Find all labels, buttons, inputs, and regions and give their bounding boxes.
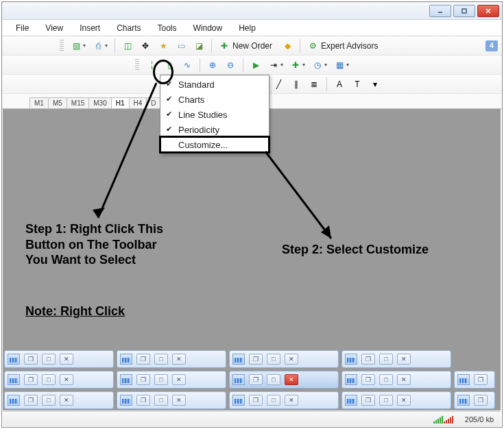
restore-icon[interactable]: ❐ — [474, 374, 488, 385]
close-button[interactable] — [477, 5, 499, 17]
zoom-in-button[interactable]: ⊕ — [204, 58, 221, 73]
auto-scroll-button[interactable]: ▶ — [248, 58, 264, 73]
close-icon[interactable]: ✕ — [285, 374, 298, 385]
restore-icon[interactable]: ❐ — [361, 354, 375, 365]
minimize-button[interactable] — [429, 5, 451, 17]
zoom-out-button[interactable]: ⊖ — [222, 58, 239, 73]
bar-chart-button[interactable]: ╎ — [143, 58, 160, 73]
period-m1[interactable]: M1 — [29, 97, 49, 108]
text-button[interactable]: A — [331, 77, 348, 92]
maximize-icon[interactable]: □ — [42, 354, 56, 365]
ctx-periodicity[interactable]: ✔ Periodicity — [160, 122, 269, 137]
period-m5[interactable]: M5 — [48, 97, 67, 108]
close-icon[interactable]: ✕ — [397, 374, 411, 385]
periods-button[interactable]: ◷▾ — [309, 58, 330, 73]
maximize-icon[interactable]: □ — [267, 374, 280, 385]
equidistant-channel-button[interactable]: ∥ — [288, 77, 304, 92]
chart-window-min[interactable]: ❐□✕ — [341, 391, 451, 409]
chart-window-min[interactable]: ❐□✕ — [341, 350, 451, 368]
chart-window-min[interactable]: ❐□✕ — [4, 391, 114, 409]
restore-icon[interactable]: ❐ — [136, 354, 150, 365]
expert-advisors-button[interactable]: ⚙ Expert Advisors — [304, 38, 383, 53]
close-icon[interactable]: ✕ — [60, 374, 73, 385]
period-d1[interactable]: D — [146, 97, 160, 108]
data-window-button[interactable]: ★ — [155, 38, 171, 53]
period-m30[interactable]: M30 — [88, 97, 111, 108]
alerts-badge[interactable]: 4 — [485, 40, 498, 51]
period-h4[interactable]: H4 — [129, 97, 147, 108]
toolbar-grip[interactable] — [60, 40, 64, 52]
period-h1[interactable]: H1 — [111, 97, 130, 108]
chart-window-min[interactable]: ❐ — [454, 371, 495, 389]
restore-icon[interactable]: ❐ — [361, 395, 375, 406]
market-watch-button[interactable]: ◫ — [119, 38, 136, 53]
chart-window-min[interactable]: ❐ — [454, 391, 495, 409]
restore-icon[interactable]: ❐ — [249, 354, 263, 365]
chart-window-min[interactable]: ❐□✕ — [117, 371, 226, 389]
metaeditor-button[interactable]: ◆ — [279, 38, 296, 53]
strategy-tester-button[interactable]: ◪ — [191, 38, 207, 53]
trendline-button[interactable]: ╱ — [270, 77, 287, 92]
profiles-button[interactable]: ⎙▾ — [90, 38, 110, 53]
chart-window-min[interactable]: ❐□✕ — [229, 391, 339, 409]
menu-insert[interactable]: Insert — [73, 22, 107, 34]
restore-icon[interactable]: ❐ — [24, 374, 38, 385]
terminal-button[interactable]: ▭ — [173, 38, 189, 53]
restore-icon[interactable]: ❐ — [474, 395, 488, 406]
ctx-customize[interactable]: Customize... — [160, 137, 269, 152]
maximize-icon[interactable]: □ — [379, 374, 393, 385]
maximize-icon[interactable]: □ — [379, 395, 393, 406]
maximize-icon[interactable]: □ — [154, 374, 168, 385]
close-icon[interactable]: ✕ — [285, 395, 298, 406]
restore-icon[interactable]: ❐ — [136, 374, 150, 385]
toolbar-grip[interactable] — [135, 59, 139, 71]
close-icon[interactable]: ✕ — [172, 395, 186, 406]
chart-window-min[interactable]: ❐□✕ — [117, 391, 226, 409]
menu-view[interactable]: View — [38, 22, 70, 34]
chart-window-min[interactable]: ❐□✕ — [117, 350, 226, 368]
maximize-icon[interactable]: □ — [267, 395, 280, 406]
maximize-icon[interactable]: □ — [42, 395, 56, 406]
restore-icon[interactable]: ❐ — [24, 395, 38, 406]
restore-icon[interactable]: ❐ — [361, 374, 375, 385]
chart-window-min[interactable]: ❐□✕ — [229, 350, 339, 368]
maximize-icon[interactable]: □ — [154, 354, 168, 365]
ctx-charts[interactable]: ✔ Charts — [160, 92, 269, 107]
maximize-button[interactable] — [453, 5, 475, 17]
new-order-button[interactable]: ✚ New Order — [216, 38, 278, 53]
restore-icon[interactable]: ❐ — [249, 395, 263, 406]
period-m15[interactable]: M15 — [67, 97, 89, 108]
chart-window-min[interactable]: ❐□✕ — [4, 371, 114, 389]
chart-window-min[interactable]: ❐□✕ — [4, 350, 114, 368]
maximize-icon[interactable]: □ — [42, 374, 56, 385]
maximize-icon[interactable]: □ — [379, 354, 393, 365]
ctx-line-studies[interactable]: ✔ Line Studies — [160, 107, 269, 122]
chart-shift-button[interactable]: ⇥▾ — [265, 58, 286, 73]
close-icon[interactable]: ✕ — [60, 395, 73, 406]
objects-button[interactable]: ▾ — [367, 77, 383, 92]
candlestick-button[interactable]: ▯ — [161, 58, 178, 73]
menu-help[interactable]: Help — [232, 22, 263, 34]
menu-file[interactable]: File — [9, 22, 36, 34]
chart-window-min-active[interactable]: ❐□✕ — [229, 371, 339, 389]
close-icon[interactable]: ✕ — [172, 354, 186, 365]
close-icon[interactable]: ✕ — [397, 354, 411, 365]
menu-charts[interactable]: Charts — [110, 22, 147, 34]
maximize-icon[interactable]: □ — [267, 354, 280, 365]
chart-window-min[interactable]: ❐□✕ — [341, 371, 451, 389]
menu-window[interactable]: Window — [187, 22, 230, 34]
restore-icon[interactable]: ❐ — [249, 374, 263, 385]
maximize-icon[interactable]: □ — [154, 395, 168, 406]
close-icon[interactable]: ✕ — [172, 374, 186, 385]
indicators-button[interactable]: ✚▾ — [287, 58, 308, 73]
close-icon[interactable]: ✕ — [285, 354, 298, 365]
restore-icon[interactable]: ❐ — [136, 395, 150, 406]
close-icon[interactable]: ✕ — [60, 354, 73, 365]
fibonacci-button[interactable]: ≣ — [306, 77, 322, 92]
new-chart-button[interactable]: ▧▾ — [68, 38, 88, 53]
line-chart-button[interactable]: ∿ — [179, 58, 195, 73]
restore-icon[interactable]: ❐ — [24, 354, 38, 365]
text-label-button[interactable]: T — [349, 77, 365, 92]
templates-button[interactable]: ▦▾ — [331, 58, 352, 73]
close-icon[interactable]: ✕ — [397, 395, 411, 406]
